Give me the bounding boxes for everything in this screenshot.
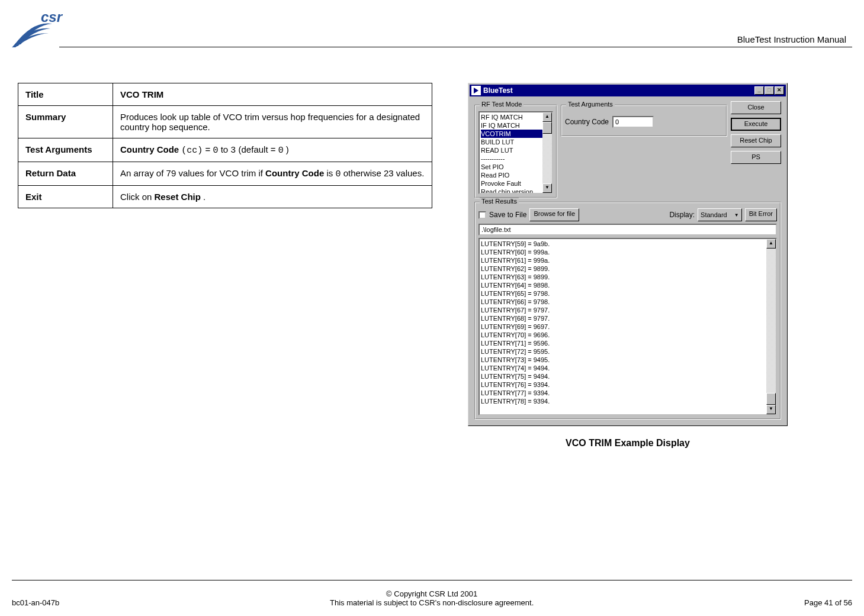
- page-header: csr BlueTest Instruction Manual: [0, 0, 864, 47]
- scroll-up-icon[interactable]: ▲: [766, 239, 776, 249]
- chevron-down-icon: ▼: [734, 212, 739, 218]
- list-item: LUTENTRY[64] = 9898.: [481, 281, 775, 289]
- browse-button[interactable]: Browse for file: [529, 208, 579, 221]
- scroll-down-icon[interactable]: ▼: [766, 405, 776, 414]
- row-label: Return Data: [18, 162, 113, 186]
- list-item: LUTENTRY[62] = 9899.: [481, 265, 775, 273]
- list-item[interactable]: Set PIO: [481, 163, 551, 171]
- row-value: Country Code (cc) = 0 to 3 (default = 0 …: [113, 138, 432, 162]
- scroll-up-icon[interactable]: ▲: [542, 112, 552, 122]
- list-item: LUTENTRY[69] = 9697.: [481, 322, 775, 331]
- scrollbar[interactable]: ▲ ▼: [542, 112, 552, 193]
- table-row: Exit Click on Reset Chip .: [18, 186, 432, 208]
- header-rule: [59, 47, 852, 47]
- app-icon: [471, 86, 481, 95]
- group-label: Test Results: [480, 198, 519, 205]
- list-item: LUTENTRY[72] = 9595.: [481, 347, 775, 356]
- row-label: Summary: [18, 106, 113, 138]
- execute-button[interactable]: Execute: [731, 118, 781, 131]
- row-label: Test Arguments: [18, 138, 113, 162]
- save-to-file-label: Save to File: [489, 211, 526, 219]
- logo-swoosh-icon: [12, 18, 53, 47]
- doc-id: bc01-an-047b: [12, 598, 59, 607]
- list-item: LUTENTRY[68] = 9797.: [481, 314, 775, 322]
- list-item[interactable]: Provoke Fault: [481, 179, 551, 188]
- row-value: Click on Reset Chip .: [113, 186, 432, 208]
- nda-notice: This material is subject to CSR's non-di…: [330, 598, 534, 607]
- row-value: Produces look up table of VCO trim versu…: [113, 106, 432, 138]
- scrollbar[interactable]: ▲ ▼: [766, 239, 776, 414]
- row-label: Title: [18, 83, 113, 106]
- country-code-input[interactable]: [612, 116, 654, 128]
- bluetest-window: BlueTest _ □ ✕ RF Test Mode RF IQ MATCHI…: [468, 83, 788, 426]
- rf-mode-listbox[interactable]: RF IQ MATCHIF IQ MATCHVCOTRIMBUILD LUTRE…: [478, 111, 553, 194]
- document-title: BlueTest Instruction Manual: [737, 34, 846, 44]
- list-item: LUTENTRY[73] = 9495.: [481, 356, 775, 364]
- display-label: Display:: [669, 211, 695, 219]
- figure-caption: VCO TRIM Example Display: [468, 438, 788, 449]
- list-item: LUTENTRY[63] = 9899.: [481, 273, 775, 281]
- table-row: Return Data An array of 79 values for VC…: [18, 162, 432, 186]
- group-label: Test Arguments: [566, 101, 615, 108]
- list-item: LUTENTRY[70] = 9696.: [481, 331, 775, 339]
- list-item[interactable]: -----------: [481, 154, 551, 163]
- window-title: BlueTest: [483, 86, 754, 95]
- list-item: LUTENTRY[59] = 9a9b.: [481, 240, 775, 248]
- list-item: LUTENTRY[71] = 9596.: [481, 339, 775, 347]
- minimize-icon[interactable]: _: [754, 86, 764, 95]
- reset-chip-button[interactable]: Reset Chip: [731, 134, 781, 147]
- table-row: Title VCO TRIM: [18, 83, 432, 106]
- list-item: LUTENTRY[60] = 999a.: [481, 248, 775, 256]
- list-item[interactable]: RF IQ MATCH: [481, 113, 551, 121]
- list-item[interactable]: BUILD LUT: [481, 138, 551, 146]
- titlebar[interactable]: BlueTest _ □ ✕: [470, 85, 786, 96]
- info-table: Title VCO TRIM Summary Produces look up …: [18, 83, 432, 208]
- list-item[interactable]: Read PIO: [481, 171, 551, 179]
- row-value: VCO TRIM: [113, 83, 432, 106]
- list-item: LUTENTRY[74] = 9494.: [481, 364, 775, 372]
- test-results-group: Test Results Save to File Browse for fil…: [474, 202, 781, 420]
- display-dropdown[interactable]: Standard ▼: [698, 208, 742, 221]
- results-listbox[interactable]: LUTENTRY[59] = 9a9b.LUTENTRY[60] = 999a.…: [478, 238, 777, 415]
- row-value: An array of 79 values for VCO trim if Co…: [113, 162, 432, 186]
- scroll-thumb[interactable]: [542, 122, 552, 134]
- list-item[interactable]: IF IQ MATCH: [481, 121, 551, 130]
- page-footer: bc01-an-047b © Copyright CSR Ltd 2001 Th…: [12, 580, 852, 607]
- csr-logo: csr: [12, 9, 62, 47]
- list-item[interactable]: Read chip version: [481, 188, 551, 194]
- list-item[interactable]: READ LUT: [481, 146, 551, 154]
- scroll-thumb[interactable]: [766, 393, 776, 405]
- save-to-file-checkbox[interactable]: [478, 211, 486, 219]
- list-item: LUTENTRY[77] = 9394.: [481, 389, 775, 397]
- close-icon[interactable]: ✕: [775, 86, 784, 95]
- list-item: LUTENTRY[66] = 9798.: [481, 298, 775, 306]
- list-item: LUTENTRY[67] = 9797.: [481, 306, 775, 314]
- row-label: Exit: [18, 186, 113, 208]
- list-item: LUTENTRY[78] = 9394.: [481, 397, 775, 405]
- list-item: LUTENTRY[61] = 999a.: [481, 256, 775, 265]
- ps-button[interactable]: PS: [731, 151, 781, 164]
- maximize-icon[interactable]: □: [765, 86, 774, 95]
- bit-error-button[interactable]: Bit Error: [745, 208, 777, 221]
- group-label: RF Test Mode: [480, 101, 523, 108]
- list-item[interactable]: VCOTRIM: [481, 130, 551, 138]
- table-row: Summary Produces look up table of VCO tr…: [18, 106, 432, 138]
- test-arguments-group: Test Arguments Country Code: [561, 105, 727, 137]
- list-item: LUTENTRY[65] = 9798.: [481, 289, 775, 298]
- copyright: © Copyright CSR Ltd 2001: [330, 589, 534, 598]
- list-item: LUTENTRY[75] = 9494.: [481, 372, 775, 380]
- rf-test-mode-group: RF Test Mode RF IQ MATCHIF IQ MATCHVCOTR…: [474, 105, 557, 198]
- page-number: Page 41 of 56: [804, 598, 852, 607]
- logfile-input[interactable]: [478, 224, 777, 236]
- close-button[interactable]: Close: [731, 101, 781, 114]
- list-item: LUTENTRY[76] = 9394.: [481, 380, 775, 389]
- country-code-label: Country Code: [565, 118, 609, 126]
- table-row: Test Arguments Country Code (cc) = 0 to …: [18, 138, 432, 162]
- scroll-down-icon[interactable]: ▼: [542, 183, 552, 193]
